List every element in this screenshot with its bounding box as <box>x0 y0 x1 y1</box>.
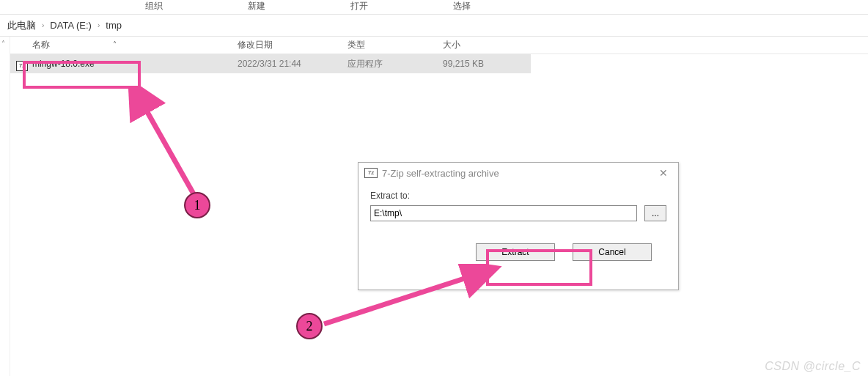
crumb-folder[interactable]: tmp <box>103 20 125 31</box>
ribbon-tabs: 组织 新建 打开 选择 <box>0 0 868 15</box>
annotation-number-2: 2 <box>306 319 313 334</box>
annotation-number-1: 1 <box>194 198 201 213</box>
chevron-right-icon: › <box>95 21 103 29</box>
file-name: mingw-18.0.exe <box>32 59 95 69</box>
browse-button[interactable]: ... <box>644 205 666 221</box>
extract-path-input[interactable] <box>370 205 637 221</box>
extract-to-label: Extract to: <box>370 191 666 201</box>
column-name[interactable]: 名称 ˄ <box>10 39 238 51</box>
sevenzip-icon: 7z <box>364 168 378 178</box>
file-row[interactable]: 7z mingw-18.0.exe 2022/3/31 21:44 应用程序 9… <box>10 54 531 73</box>
cancel-button[interactable]: Cancel <box>573 243 652 261</box>
crumb-drive[interactable]: DATA (E:) <box>47 20 95 31</box>
sidebar-nav[interactable]: ˄ <box>0 37 10 376</box>
ribbon-tab-select[interactable]: 选择 <box>411 0 513 14</box>
dialog-title-text: 7-Zip self-extracting archive <box>382 168 499 179</box>
column-name-label: 名称 <box>32 40 50 50</box>
file-date: 2022/3/31 21:44 <box>238 59 347 69</box>
sevenzip-exe-icon: 7z <box>16 61 28 71</box>
crumb-thispc[interactable]: 此电脑 <box>4 19 39 32</box>
dialog-titlebar[interactable]: 7z 7-Zip self-extracting archive ✕ <box>358 163 678 183</box>
sevenzip-dialog: 7z 7-Zip self-extracting archive ✕ Extra… <box>358 162 679 290</box>
extract-button[interactable]: Extract <box>476 243 555 261</box>
column-date[interactable]: 修改日期 <box>238 39 347 51</box>
file-type: 应用程序 <box>347 58 443 70</box>
file-size: 99,215 KB <box>443 59 531 69</box>
ribbon-tab-open[interactable]: 打开 <box>308 0 411 14</box>
watermark-text: CSDN @circle_C <box>765 360 861 373</box>
ribbon-tab-new[interactable]: 新建 <box>205 0 308 14</box>
sidebar-collapse-icon[interactable]: ˄ <box>1 40 5 48</box>
close-icon[interactable]: ✕ <box>656 167 671 179</box>
chevron-right-icon: › <box>39 21 47 29</box>
breadcrumb[interactable]: 此电脑 › DATA (E:) › tmp <box>0 15 868 37</box>
column-size[interactable]: 大小 <box>443 39 531 51</box>
annotation-circle-2: 2 <box>296 313 323 339</box>
column-headers: 名称 ˄ 修改日期 类型 大小 <box>10 37 868 54</box>
sort-arrow-icon: ˄ <box>113 40 117 48</box>
annotation-circle-1: 1 <box>184 192 210 218</box>
ribbon-tab-organize[interactable]: 组织 <box>103 0 205 14</box>
column-type[interactable]: 类型 <box>347 39 443 51</box>
